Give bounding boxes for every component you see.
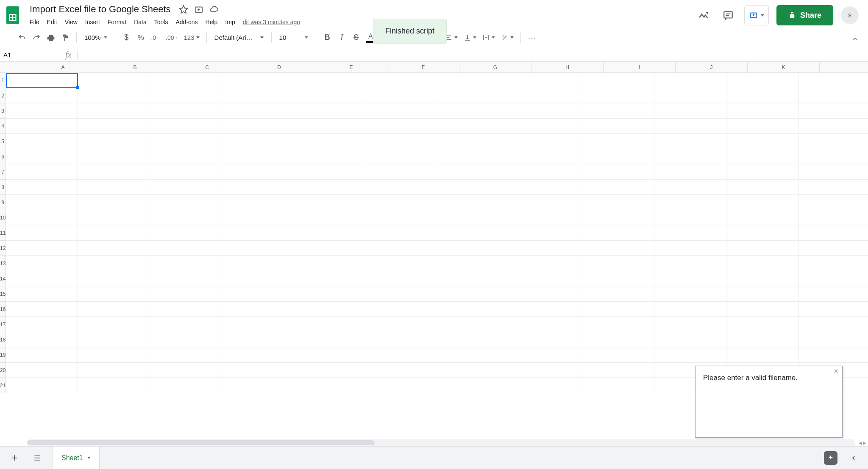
cell[interactable] [78,149,150,164]
row-header[interactable]: 15 [0,286,6,302]
explore-button[interactable] [824,451,837,465]
cell[interactable] [582,225,654,241]
cell[interactable] [582,332,654,347]
cell[interactable] [654,302,726,317]
cell[interactable] [438,317,510,332]
cell[interactable] [150,317,222,332]
cell[interactable] [6,88,78,103]
cell[interactable] [78,363,150,378]
cell[interactable] [798,149,868,164]
add-sheet-button[interactable]: + [7,450,22,466]
cell[interactable] [294,195,366,210]
cell[interactable] [294,180,366,195]
cell[interactable] [6,195,78,210]
cell[interactable] [222,286,294,302]
cell[interactable] [150,73,222,88]
cell[interactable] [222,103,294,119]
cell[interactable] [510,271,582,286]
cell[interactable] [150,378,222,393]
cell[interactable] [78,302,150,317]
row-header[interactable]: 13 [0,256,6,271]
cell[interactable] [150,88,222,103]
cell[interactable] [78,225,150,241]
cell[interactable] [6,241,78,256]
cell[interactable] [510,210,582,225]
cell[interactable] [222,241,294,256]
cell[interactable] [510,73,582,88]
cell[interactable] [78,134,150,149]
scroll-left-icon[interactable]: ◀ [859,441,862,445]
cell[interactable] [510,302,582,317]
cell[interactable] [510,149,582,164]
cell[interactable] [582,347,654,363]
cell[interactable] [654,225,726,241]
col-header[interactable]: B [99,62,171,72]
cell[interactable] [78,378,150,393]
cell[interactable] [222,271,294,286]
cell[interactable] [6,180,78,195]
decrease-decimal-button[interactable]: .0← [148,30,162,45]
cell[interactable] [654,241,726,256]
cell[interactable] [6,317,78,332]
cloud-icon[interactable] [209,4,219,14]
cell[interactable] [366,302,438,317]
cell[interactable] [366,164,438,180]
select-all-corner[interactable] [0,62,27,73]
text-wrap-button[interactable] [480,30,498,45]
cell[interactable] [438,241,510,256]
sheet-tab[interactable]: Sheet1 [53,447,100,469]
cell[interactable] [582,134,654,149]
cell[interactable] [6,332,78,347]
activity-icon[interactable] [695,7,712,24]
collapse-toolbar-button[interactable] [849,31,862,47]
cell[interactable] [6,347,78,363]
cell[interactable] [366,180,438,195]
col-header[interactable]: H [531,62,604,72]
cell[interactable] [510,256,582,271]
share-button[interactable]: Share [776,5,833,25]
cell[interactable] [150,271,222,286]
cell[interactable] [798,302,868,317]
cell[interactable] [78,256,150,271]
cell[interactable] [510,195,582,210]
cell[interactable] [582,256,654,271]
cell[interactable] [438,256,510,271]
cell[interactable] [6,149,78,164]
increase-decimal-button[interactable]: .00→ [163,30,180,45]
all-sheets-button[interactable] [30,450,45,466]
cell[interactable] [366,88,438,103]
cell[interactable] [510,119,582,134]
document-title[interactable]: Import Excel file to Google Sheets [27,3,173,16]
cell[interactable] [582,73,654,88]
cell[interactable] [150,210,222,225]
cell[interactable] [150,286,222,302]
col-header[interactable]: J [676,62,748,72]
row-header[interactable]: 16 [0,302,6,317]
cell[interactable] [6,271,78,286]
row-header[interactable]: 11 [0,225,6,241]
cell[interactable] [798,271,868,286]
cell[interactable] [150,302,222,317]
col-header[interactable]: E [315,62,387,72]
vertical-align-button[interactable] [461,30,479,45]
cell[interactable] [582,378,654,393]
cell[interactable] [582,149,654,164]
cell[interactable] [78,317,150,332]
cell[interactable] [582,286,654,302]
cell[interactable] [150,256,222,271]
cell[interactable] [654,180,726,195]
cell[interactable] [510,241,582,256]
cell[interactable] [78,119,150,134]
cell[interactable] [510,347,582,363]
cell[interactable] [366,210,438,225]
cell[interactable] [582,195,654,210]
cell[interactable] [654,103,726,119]
cell[interactable] [510,134,582,149]
cell[interactable] [438,73,510,88]
menu-edit[interactable]: Edit [44,17,61,27]
cell[interactable] [150,347,222,363]
cell[interactable] [366,363,438,378]
cell[interactable] [294,347,366,363]
cell[interactable] [78,73,150,88]
row-header[interactable]: 6 [0,149,6,164]
